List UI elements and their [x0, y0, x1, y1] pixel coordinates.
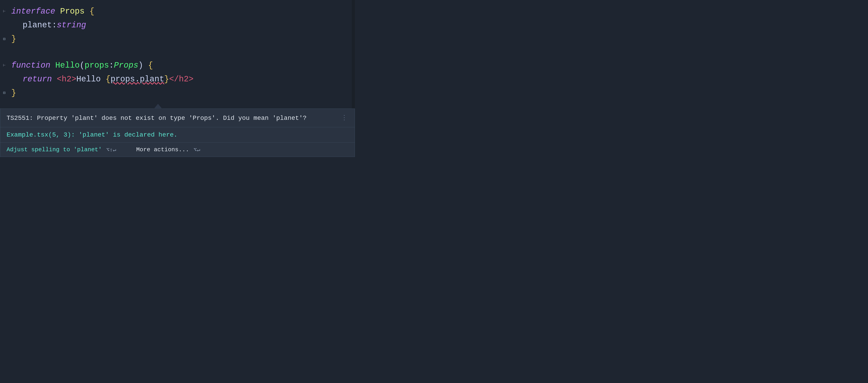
action-separator — [123, 148, 129, 152]
space-fn-2 — [143, 59, 148, 72]
code-line-2: planet : string — [9, 18, 355, 32]
blank-line-1 — [9, 46, 355, 59]
curly-open: { — [105, 72, 111, 86]
more-actions-label[interactable]: More actions... — [136, 146, 189, 153]
text-hello-space: Hello — [76, 72, 106, 86]
tooltip-error-section: TS2551: Property 'plant' does not exist … — [0, 109, 355, 127]
tag-h2-close: </h2> — [169, 72, 193, 86]
type-name-props: Props — [60, 4, 85, 18]
fold-icon-1[interactable]: ⊢ — [2, 9, 6, 13]
prop-planet: planet — [23, 18, 52, 32]
type-props-ref: Props — [114, 59, 138, 72]
code-line-1: ⊢ interface Props { — [9, 4, 355, 18]
func-name-hello: Hello — [55, 59, 80, 72]
code-line-6: ⊟ } — [9, 86, 355, 100]
more-actions-keybind: ⌥↵ — [194, 147, 200, 153]
space-ret — [52, 72, 57, 86]
quick-fix-keybind: ⌥⇧↵ — [106, 147, 116, 153]
fold-icon-3[interactable]: ⊟ — [2, 37, 6, 41]
curly-close: } — [164, 72, 169, 86]
tooltip-arrow — [154, 104, 162, 109]
tooltip-actions-section: Adjust spelling to 'planet' ⌥⇧↵ More act… — [0, 143, 355, 157]
tooltip-location-section: Example.tsx(5, 3): 'planet' is declared … — [0, 127, 355, 143]
code-line-4: ⊢ function Hello ( props : Props ) { — [9, 59, 355, 72]
tag-h2-open: <h2> — [57, 72, 76, 86]
fold-icon-4[interactable]: ⊢ — [2, 63, 6, 67]
props-plant-text: props.plant — [111, 72, 164, 86]
fold-icon-6[interactable]: ⊟ — [2, 91, 6, 95]
keyword-interface: interface — [11, 4, 55, 18]
error-tooltip: TS2551: Property 'plant' does not exist … — [0, 109, 355, 157]
space-1 — [55, 4, 60, 18]
brace-open-2: { — [148, 59, 153, 72]
tooltip-location-text: Example.tsx(5, 3): 'planet' is declared … — [6, 131, 178, 138]
space-2 — [85, 4, 90, 18]
code-line-3: ⊟ } — [9, 32, 355, 46]
param-props: props — [85, 59, 109, 72]
colon-space: : — [52, 18, 57, 32]
code-area: ⊢ interface Props { planet : string ⊟ } … — [0, 0, 355, 105]
tooltip-error-text: TS2551: Property 'plant' does not exist … — [6, 114, 340, 122]
brace-close-2: } — [11, 86, 16, 100]
code-line-5: return <h2> Hello { props.plant } </h2> — [9, 72, 355, 86]
paren-open: ( — [80, 59, 85, 72]
type-string: string — [57, 18, 86, 32]
brace-close-1: } — [11, 32, 16, 46]
space-fn — [51, 59, 55, 72]
keyword-function: function — [11, 59, 51, 72]
paren-close: ) — [138, 59, 143, 72]
editor-container: ⊢ interface Props { planet : string ⊟ } … — [0, 0, 355, 157]
keyword-return: return — [23, 72, 52, 86]
tooltip-menu-icon[interactable]: ⋮ — [340, 114, 348, 121]
quick-fix-label[interactable]: Adjust spelling to 'planet' — [6, 146, 102, 153]
brace-open-1: { — [90, 4, 94, 18]
colon-space-2: : — [109, 59, 114, 72]
